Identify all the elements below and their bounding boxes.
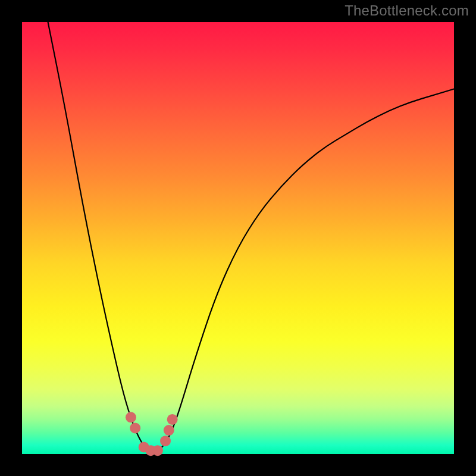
chart-svg bbox=[22, 22, 454, 454]
curve-marker bbox=[160, 436, 171, 446]
curve-marker bbox=[130, 422, 140, 433]
plot-area bbox=[22, 22, 454, 454]
curve-marker bbox=[152, 445, 163, 456]
curve-marker bbox=[126, 412, 136, 422]
attribution-text: TheBottleneck.com bbox=[345, 2, 469, 19]
chart-frame: TheBottleneck.com bbox=[0, 0, 476, 476]
marker-group bbox=[126, 412, 178, 456]
bottleneck-curve bbox=[48, 22, 454, 452]
curve-marker bbox=[164, 425, 174, 436]
curve-marker bbox=[167, 414, 178, 425]
